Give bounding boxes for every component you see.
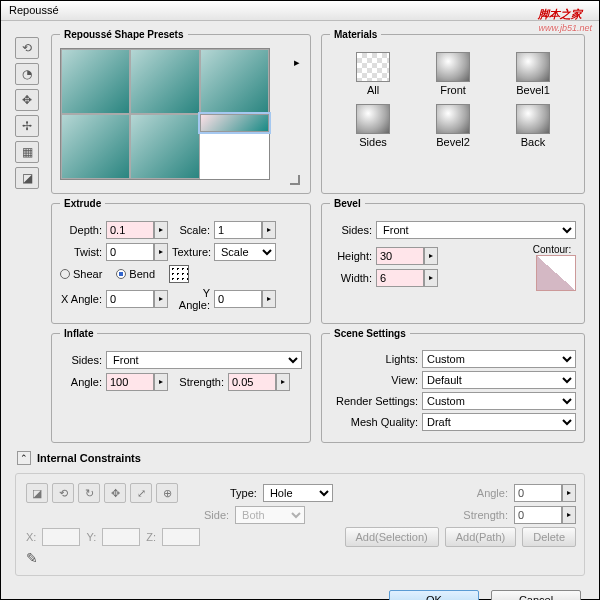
inflate-str-spinner[interactable]: ▸ xyxy=(276,373,290,391)
xangle-spinner[interactable]: ▸ xyxy=(154,290,168,308)
ic-str-input xyxy=(514,506,562,524)
bevel-width-label: Width: xyxy=(330,272,372,284)
preset-2[interactable] xyxy=(130,49,199,114)
yangle-label: Y Angle: xyxy=(172,287,210,311)
ic-panel: ◪ ⟲ ↻ ✥ ⤢ ⊕ Type: Hole Angle: ▸ Side: Bo… xyxy=(15,473,585,576)
repousse-dialog: Repoussé ⟲ ◔ ✥ ✢ ▦ ◪ Repoussé Shape Pres… xyxy=(0,0,600,600)
preset-1[interactable] xyxy=(61,49,130,114)
mat-all-label: All xyxy=(367,84,379,96)
ic-type-select[interactable]: Hole xyxy=(263,484,333,502)
presets-legend: Repoussé Shape Presets xyxy=(60,29,188,40)
bevel-sides-select[interactable]: Front xyxy=(376,221,576,239)
ic-tool-6-icon[interactable]: ⊕ xyxy=(156,483,178,503)
preset-6-selected[interactable] xyxy=(200,114,269,132)
twist-spinner[interactable]: ▸ xyxy=(154,243,168,261)
mesh-select[interactable]: Draft xyxy=(422,413,576,431)
inflate-angle-input[interactable] xyxy=(106,373,154,391)
inflate-str-input[interactable] xyxy=(228,373,276,391)
x-label: X: xyxy=(26,531,36,543)
watermark-u: www.jb51.net xyxy=(538,23,592,33)
inflate-group: Inflate Sides: Front Angle: ▸ Strength: … xyxy=(51,328,311,443)
materials-legend: Materials xyxy=(330,29,381,40)
materials-group: Materials All Front Bevel1 Sides Bevel2 … xyxy=(321,29,585,194)
z-input xyxy=(162,528,200,546)
ic-side-label: Side: xyxy=(204,509,229,521)
ic-collapse-icon[interactable]: ⌃ xyxy=(17,451,31,465)
bend-radio[interactable]: Bend xyxy=(116,268,155,280)
x-input xyxy=(42,528,80,546)
mat-front[interactable] xyxy=(436,52,470,82)
scene-legend: Scene Settings xyxy=(330,328,410,339)
mat-front-label: Front xyxy=(440,84,466,96)
ic-tool-2-icon[interactable]: ⟲ xyxy=(52,483,74,503)
bevel-height-label: Height: xyxy=(330,250,372,262)
title: Repoussé xyxy=(1,1,599,21)
preset-flyout-icon[interactable]: ▸ xyxy=(294,56,300,69)
ic-side-select: Both xyxy=(235,506,305,524)
ic-legend: Internal Constraints xyxy=(37,452,141,464)
mat-bevel2[interactable] xyxy=(436,104,470,134)
rotate-icon[interactable]: ⟲ xyxy=(15,37,39,59)
pattern-icon[interactable] xyxy=(169,265,189,283)
z-label: Z: xyxy=(146,531,156,543)
twist-input[interactable] xyxy=(106,243,154,261)
delete-button: Delete xyxy=(522,527,576,547)
scene-group: Scene Settings Lights:Custom View:Defaul… xyxy=(321,328,585,443)
depth-input[interactable] xyxy=(106,221,154,239)
view-select[interactable]: Default xyxy=(422,371,576,389)
inflate-sides-label: Sides: xyxy=(60,354,102,366)
ok-button[interactable]: OK xyxy=(389,590,479,600)
preset-3[interactable] xyxy=(200,49,269,114)
mesh-icon[interactable]: ▦ xyxy=(15,141,39,163)
texture-label: Texture: xyxy=(172,246,210,258)
bevel-width-spinner[interactable]: ▸ xyxy=(424,269,438,287)
move-icon[interactable]: ✥ xyxy=(15,89,39,111)
inflate-angle-label: Angle: xyxy=(60,376,102,388)
ic-header: ⌃ Internal Constraints xyxy=(15,447,585,469)
mat-back[interactable] xyxy=(516,104,550,134)
lights-select[interactable]: Custom xyxy=(422,350,576,368)
preset-4[interactable] xyxy=(61,114,130,179)
preset-grid xyxy=(60,48,270,180)
extrude-legend: Extrude xyxy=(60,198,105,209)
shear-radio[interactable]: Shear xyxy=(60,268,102,280)
ic-tool-4-icon[interactable]: ✥ xyxy=(104,483,126,503)
mat-bevel2-label: Bevel2 xyxy=(436,136,470,148)
bevel-legend: Bevel xyxy=(330,198,365,209)
bevel-width-input[interactable] xyxy=(376,269,424,287)
ic-tool-5-icon[interactable]: ⤢ xyxy=(130,483,152,503)
mat-bevel1[interactable] xyxy=(516,52,550,82)
inflate-str-label: Strength: xyxy=(172,376,224,388)
texture-select[interactable]: Scale xyxy=(214,243,276,261)
add-selection-button: Add(Selection) xyxy=(345,527,439,547)
ic-tool-1-icon[interactable]: ◪ xyxy=(26,483,48,503)
preset-5[interactable] xyxy=(130,114,199,179)
cancel-button[interactable]: Cancel xyxy=(491,590,581,600)
box-icon[interactable]: ◪ xyxy=(15,167,39,189)
bevel-height-input[interactable] xyxy=(376,247,424,265)
cross-icon[interactable]: ✢ xyxy=(15,115,39,137)
xangle-input[interactable] xyxy=(106,290,154,308)
watermark-t: 脚本之家 xyxy=(538,8,582,20)
bevel-height-spinner[interactable]: ▸ xyxy=(424,247,438,265)
render-select[interactable]: Custom xyxy=(422,392,576,410)
mat-all[interactable] xyxy=(356,52,390,82)
scale-label: Scale: xyxy=(172,224,210,236)
ic-tool-3-icon[interactable]: ↻ xyxy=(78,483,100,503)
inflate-sides-select[interactable]: Front xyxy=(106,351,302,369)
scale-spinner[interactable]: ▸ xyxy=(262,221,276,239)
view-label: View: xyxy=(330,374,418,386)
yangle-input[interactable] xyxy=(214,290,262,308)
contour-swatch[interactable] xyxy=(536,255,576,291)
ic-angle-spinner: ▸ xyxy=(562,484,576,502)
scale-input[interactable] xyxy=(214,221,262,239)
mat-sides-label: Sides xyxy=(359,136,387,148)
eraser-icon[interactable]: ✎ xyxy=(26,550,38,566)
orbit-icon[interactable]: ◔ xyxy=(15,63,39,85)
resize-handle-icon[interactable] xyxy=(290,175,300,185)
mat-sides[interactable] xyxy=(356,104,390,134)
yangle-spinner[interactable]: ▸ xyxy=(262,290,276,308)
depth-spinner[interactable]: ▸ xyxy=(154,221,168,239)
inflate-angle-spinner[interactable]: ▸ xyxy=(154,373,168,391)
inflate-legend: Inflate xyxy=(60,328,97,339)
